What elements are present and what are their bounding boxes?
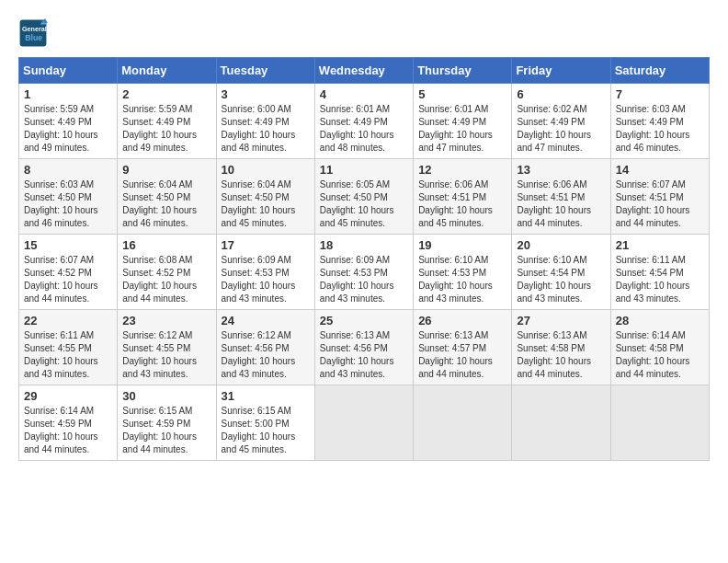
calendar-cell: 22 Sunrise: 6:11 AM Sunset: 4:55 PM Dayl…	[19, 310, 118, 385]
calendar-cell: 14 Sunrise: 6:07 AM Sunset: 4:51 PM Dayl…	[610, 159, 709, 235]
day-detail: Sunrise: 6:02 AM Sunset: 4:49 PM Dayligh…	[517, 103, 605, 155]
day-detail: Sunrise: 6:00 AM Sunset: 4:49 PM Dayligh…	[222, 103, 310, 155]
day-detail: Sunrise: 6:14 AM Sunset: 4:59 PM Dayligh…	[24, 405, 112, 456]
calendar-cell: 11 Sunrise: 6:05 AM Sunset: 4:50 PM Dayl…	[314, 159, 413, 235]
weekday-header: Friday	[512, 58, 610, 84]
weekday-header: Monday	[118, 58, 216, 84]
day-number: 8	[24, 163, 112, 177]
calendar-cell: 29 Sunrise: 6:14 AM Sunset: 4:59 PM Dayl…	[19, 385, 118, 461]
day-detail: Sunrise: 6:09 AM Sunset: 4:53 PM Dayligh…	[320, 254, 408, 305]
day-detail: Sunrise: 6:11 AM Sunset: 4:55 PM Dayligh…	[24, 329, 112, 381]
calendar-week-row: 15 Sunrise: 6:07 AM Sunset: 4:52 PM Dayl…	[19, 235, 710, 310]
day-detail: Sunrise: 6:01 AM Sunset: 4:49 PM Dayligh…	[320, 103, 408, 155]
weekday-header: Tuesday	[216, 58, 314, 84]
day-detail: Sunrise: 5:59 AM Sunset: 4:49 PM Dayligh…	[122, 103, 210, 155]
calendar-cell	[414, 385, 512, 461]
day-detail: Sunrise: 6:01 AM Sunset: 4:49 PM Dayligh…	[418, 103, 506, 155]
day-detail: Sunrise: 5:59 AM Sunset: 4:49 PM Dayligh…	[24, 103, 112, 155]
calendar-cell: 28 Sunrise: 6:14 AM Sunset: 4:58 PM Dayl…	[610, 310, 709, 385]
calendar-cell: 9 Sunrise: 6:04 AM Sunset: 4:50 PM Dayli…	[118, 159, 216, 235]
day-number: 24	[222, 314, 310, 327]
day-detail: Sunrise: 6:15 AM Sunset: 5:00 PM Dayligh…	[222, 405, 310, 456]
calendar-cell: 23 Sunrise: 6:12 AM Sunset: 4:55 PM Dayl…	[118, 310, 216, 385]
day-number: 9	[122, 163, 210, 177]
day-number: 10	[222, 163, 310, 177]
calendar-cell: 27 Sunrise: 6:13 AM Sunset: 4:58 PM Dayl…	[512, 310, 610, 385]
calendar-cell: 30 Sunrise: 6:15 AM Sunset: 4:59 PM Dayl…	[118, 385, 216, 461]
day-detail: Sunrise: 6:12 AM Sunset: 4:56 PM Dayligh…	[222, 329, 310, 381]
calendar-cell: 2 Sunrise: 5:59 AM Sunset: 4:49 PM Dayli…	[118, 84, 216, 159]
weekday-row: SundayMondayTuesdayWednesdayThursdayFrid…	[19, 58, 710, 84]
day-number: 27	[517, 314, 605, 327]
calendar-cell: 4 Sunrise: 6:01 AM Sunset: 4:49 PM Dayli…	[314, 84, 413, 159]
day-detail: Sunrise: 6:14 AM Sunset: 4:58 PM Dayligh…	[616, 329, 704, 381]
calendar-cell: 25 Sunrise: 6:13 AM Sunset: 4:56 PM Dayl…	[314, 310, 413, 385]
calendar-cell: 17 Sunrise: 6:09 AM Sunset: 4:53 PM Dayl…	[216, 235, 314, 310]
calendar-cell: 5 Sunrise: 6:01 AM Sunset: 4:49 PM Dayli…	[414, 84, 512, 159]
calendar-cell	[610, 385, 709, 461]
calendar-cell: 13 Sunrise: 6:06 AM Sunset: 4:51 PM Dayl…	[512, 159, 610, 235]
day-number: 7	[616, 87, 704, 101]
calendar-cell: 1 Sunrise: 5:59 AM Sunset: 4:49 PM Dayli…	[19, 84, 118, 159]
svg-text:Blue: Blue	[25, 33, 42, 42]
calendar-cell: 15 Sunrise: 6:07 AM Sunset: 4:52 PM Dayl…	[19, 235, 118, 310]
day-number: 19	[418, 238, 506, 252]
day-detail: Sunrise: 6:10 AM Sunset: 4:53 PM Dayligh…	[418, 254, 506, 305]
day-number: 11	[320, 163, 408, 177]
day-detail: Sunrise: 6:04 AM Sunset: 4:50 PM Dayligh…	[122, 178, 210, 230]
weekday-header: Sunday	[19, 58, 118, 84]
day-number: 3	[222, 87, 310, 101]
day-detail: Sunrise: 6:07 AM Sunset: 4:51 PM Dayligh…	[616, 178, 704, 230]
day-number: 6	[517, 87, 605, 101]
logo-icon: General Blue	[18, 18, 48, 48]
day-detail: Sunrise: 6:15 AM Sunset: 4:59 PM Dayligh…	[122, 405, 210, 456]
day-detail: Sunrise: 6:03 AM Sunset: 4:50 PM Dayligh…	[24, 178, 112, 230]
calendar-cell: 18 Sunrise: 6:09 AM Sunset: 4:53 PM Dayl…	[314, 235, 413, 310]
day-number: 1	[24, 87, 112, 101]
day-detail: Sunrise: 6:13 AM Sunset: 4:56 PM Dayligh…	[320, 329, 408, 381]
day-number: 15	[24, 238, 112, 252]
calendar-cell: 7 Sunrise: 6:03 AM Sunset: 4:49 PM Dayli…	[610, 84, 709, 159]
day-number: 25	[320, 314, 408, 327]
calendar-cell: 19 Sunrise: 6:10 AM Sunset: 4:53 PM Dayl…	[414, 235, 512, 310]
weekday-header: Saturday	[610, 58, 709, 84]
day-detail: Sunrise: 6:13 AM Sunset: 4:57 PM Dayligh…	[418, 329, 506, 381]
day-number: 21	[616, 238, 704, 252]
calendar-cell	[512, 385, 610, 461]
page-header: General Blue	[18, 18, 710, 48]
day-number: 31	[222, 389, 310, 403]
day-detail: Sunrise: 6:05 AM Sunset: 4:50 PM Dayligh…	[320, 178, 408, 230]
calendar-cell: 8 Sunrise: 6:03 AM Sunset: 4:50 PM Dayli…	[19, 159, 118, 235]
calendar-cell: 21 Sunrise: 6:11 AM Sunset: 4:54 PM Dayl…	[610, 235, 709, 310]
calendar-cell: 10 Sunrise: 6:04 AM Sunset: 4:50 PM Dayl…	[216, 159, 314, 235]
calendar-cell: 24 Sunrise: 6:12 AM Sunset: 4:56 PM Dayl…	[216, 310, 314, 385]
calendar-cell: 12 Sunrise: 6:06 AM Sunset: 4:51 PM Dayl…	[414, 159, 512, 235]
calendar-week-row: 29 Sunrise: 6:14 AM Sunset: 4:59 PM Dayl…	[19, 385, 710, 461]
day-number: 2	[122, 87, 210, 101]
calendar-header: SundayMondayTuesdayWednesdayThursdayFrid…	[19, 58, 710, 84]
calendar-week-row: 22 Sunrise: 6:11 AM Sunset: 4:55 PM Dayl…	[19, 310, 710, 385]
day-detail: Sunrise: 6:09 AM Sunset: 4:53 PM Dayligh…	[222, 254, 310, 305]
day-detail: Sunrise: 6:04 AM Sunset: 4:50 PM Dayligh…	[222, 178, 310, 230]
day-number: 5	[418, 87, 506, 101]
calendar-cell: 3 Sunrise: 6:00 AM Sunset: 4:49 PM Dayli…	[216, 84, 314, 159]
calendar-week-row: 8 Sunrise: 6:03 AM Sunset: 4:50 PM Dayli…	[19, 159, 710, 235]
day-number: 18	[320, 238, 408, 252]
day-number: 16	[122, 238, 210, 252]
day-detail: Sunrise: 6:03 AM Sunset: 4:49 PM Dayligh…	[616, 103, 704, 155]
logo: General Blue	[18, 18, 51, 48]
weekday-header: Thursday	[414, 58, 512, 84]
calendar-cell: 20 Sunrise: 6:10 AM Sunset: 4:54 PM Dayl…	[512, 235, 610, 310]
calendar-cell	[314, 385, 413, 461]
day-number: 4	[320, 87, 408, 101]
calendar-cell: 31 Sunrise: 6:15 AM Sunset: 5:00 PM Dayl…	[216, 385, 314, 461]
day-detail: Sunrise: 6:12 AM Sunset: 4:55 PM Dayligh…	[122, 329, 210, 381]
calendar-cell: 6 Sunrise: 6:02 AM Sunset: 4:49 PM Dayli…	[512, 84, 610, 159]
svg-text:General: General	[22, 25, 47, 33]
day-detail: Sunrise: 6:10 AM Sunset: 4:54 PM Dayligh…	[517, 254, 605, 305]
calendar-body: 1 Sunrise: 5:59 AM Sunset: 4:49 PM Dayli…	[19, 84, 710, 461]
calendar-cell: 16 Sunrise: 6:08 AM Sunset: 4:52 PM Dayl…	[118, 235, 216, 310]
day-detail: Sunrise: 6:08 AM Sunset: 4:52 PM Dayligh…	[122, 254, 210, 305]
day-number: 17	[222, 238, 310, 252]
day-number: 28	[616, 314, 704, 327]
